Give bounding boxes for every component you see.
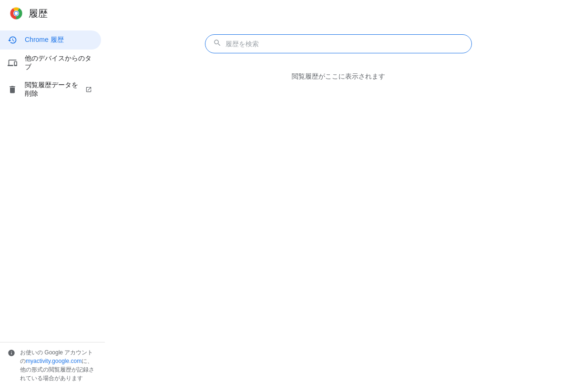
- info-icon: [8, 349, 15, 359]
- sidebar-item-delete-history[interactable]: 閲覧履歴データを削除: [0, 76, 101, 103]
- empty-state-message: 閲覧履歴がここに表示されます: [292, 72, 385, 81]
- devices-icon: [8, 58, 17, 68]
- footer-link[interactable]: myactivity.google.com: [26, 358, 82, 364]
- sidebar: Chrome 履歴 他のデバイスからのタブ 閲覧履歴データを削除: [0, 27, 105, 392]
- svg-point-3: [15, 12, 18, 15]
- main-content: Chrome 履歴 他のデバイスからのタブ 閲覧履歴データを削除: [0, 27, 572, 392]
- chrome-logo-icon: [10, 7, 23, 20]
- sidebar-footer: お使いの Google アカウントのmyactivity.google.comに…: [0, 342, 105, 388]
- external-link-icon: [84, 85, 93, 94]
- empty-state: 閲覧履歴がここに表示されます: [116, 63, 561, 81]
- sidebar-item-delete-history-label: 閲覧履歴データを削除: [25, 81, 80, 98]
- delete-icon: [8, 85, 17, 94]
- search-bar-wrapper: [116, 34, 561, 53]
- sidebar-item-other-devices-label: 他のデバイスからのタブ: [25, 54, 93, 71]
- sidebar-item-other-devices[interactable]: 他のデバイスからのタブ: [0, 50, 101, 76]
- page-header: 履歴: [0, 0, 572, 27]
- content-area: 閲覧履歴がここに表示されます: [105, 27, 572, 392]
- footer-text: お使いの Google アカウントのmyactivity.google.comに…: [20, 348, 97, 382]
- search-input[interactable]: [225, 40, 464, 48]
- page-title: 履歴: [29, 7, 48, 20]
- history-icon: [8, 35, 17, 45]
- search-icon: [213, 39, 222, 49]
- sidebar-item-chrome-history-label: Chrome 履歴: [25, 36, 64, 44]
- sidebar-item-chrome-history[interactable]: Chrome 履歴: [0, 30, 101, 50]
- search-bar: [205, 34, 472, 53]
